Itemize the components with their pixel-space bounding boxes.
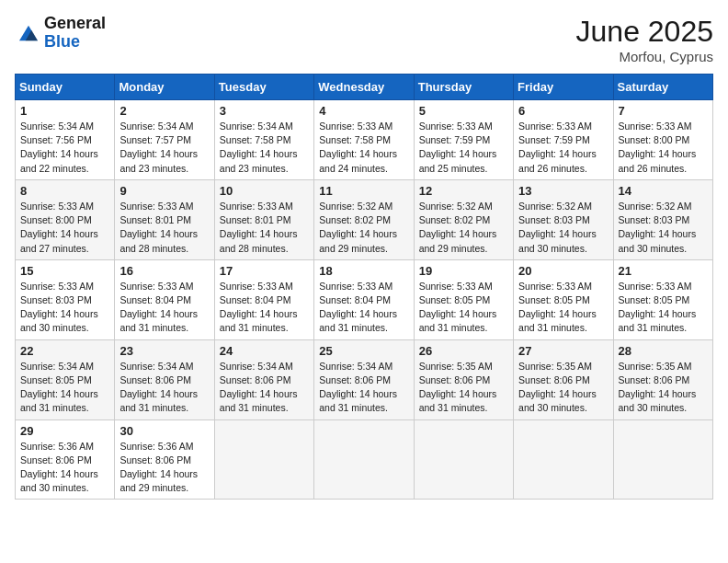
calendar-week-row: 29 Sunrise: 5:36 AMSunset: 8:06 PMDaylig… [16,419,713,500]
calendar-header-row: SundayMondayTuesdayWednesdayThursdayFrid… [16,75,713,100]
logo-blue-text: Blue [44,33,106,52]
day-info: Sunrise: 5:33 AMSunset: 8:04 PMDaylight:… [220,281,298,334]
day-info: Sunrise: 5:34 AMSunset: 8:05 PMDaylight:… [20,361,98,414]
calendar-cell: 13 Sunrise: 5:32 AMSunset: 8:03 PMDaylig… [514,179,613,259]
calendar-week-row: 1 Sunrise: 5:34 AMSunset: 7:56 PMDayligh… [16,100,713,180]
calendar-cell: 16 Sunrise: 5:33 AMSunset: 8:04 PMDaylig… [115,259,214,339]
calendar-cell: 23 Sunrise: 5:34 AMSunset: 8:06 PMDaylig… [115,339,214,419]
day-info: Sunrise: 5:33 AMSunset: 7:59 PMDaylight:… [518,121,597,174]
day-info: Sunrise: 5:34 AMSunset: 8:06 PMDaylight:… [220,361,298,414]
calendar-cell [414,419,513,500]
calendar-cell: 19 Sunrise: 5:33 AMSunset: 8:05 PMDaylig… [414,259,513,339]
calendar-cell: 28 Sunrise: 5:35 AMSunset: 8:06 PMDaylig… [613,339,712,419]
calendar-cell: 4 Sunrise: 5:33 AMSunset: 7:58 PMDayligh… [314,100,414,180]
calendar-cell: 15 Sunrise: 5:33 AMSunset: 8:03 PMDaylig… [16,259,115,339]
day-number: 25 [319,344,408,358]
day-number: 13 [518,184,608,198]
day-number: 12 [419,184,508,198]
day-info: Sunrise: 5:33 AMSunset: 8:01 PMDaylight:… [119,201,198,254]
calendar-week-row: 8 Sunrise: 5:33 AMSunset: 8:00 PMDayligh… [16,179,713,259]
day-info: Sunrise: 5:33 AMSunset: 8:05 PMDaylight:… [619,281,697,334]
calendar-cell [314,419,414,500]
day-info: Sunrise: 5:34 AMSunset: 7:58 PMDaylight:… [220,121,298,174]
calendar-cell: 3 Sunrise: 5:34 AMSunset: 7:58 PMDayligh… [214,100,313,180]
calendar-week-row: 22 Sunrise: 5:34 AMSunset: 8:05 PMDaylig… [16,339,713,419]
day-info: Sunrise: 5:36 AMSunset: 8:06 PMDaylight:… [20,441,98,494]
day-number: 15 [20,264,109,278]
weekday-header: Monday [115,75,214,100]
weekday-header: Friday [514,75,613,100]
day-number: 29 [20,424,109,438]
calendar-cell: 6 Sunrise: 5:33 AMSunset: 7:59 PMDayligh… [514,100,613,180]
calendar-cell [613,419,712,500]
day-info: Sunrise: 5:34 AMSunset: 7:57 PMDaylight:… [119,121,198,174]
weekday-header: Sunday [16,75,115,100]
calendar-cell: 9 Sunrise: 5:33 AMSunset: 8:01 PMDayligh… [115,179,214,259]
day-info: Sunrise: 5:36 AMSunset: 8:06 PMDaylight:… [119,441,198,494]
day-info: Sunrise: 5:33 AMSunset: 8:04 PMDaylight:… [319,281,397,334]
calendar-cell: 10 Sunrise: 5:33 AMSunset: 8:01 PMDaylig… [214,179,313,259]
day-number: 21 [619,264,708,278]
day-info: Sunrise: 5:32 AMSunset: 8:03 PMDaylight:… [518,201,597,254]
day-info: Sunrise: 5:35 AMSunset: 8:06 PMDaylight:… [518,361,597,414]
day-info: Sunrise: 5:35 AMSunset: 8:06 PMDaylight:… [619,361,697,414]
day-number: 10 [220,184,309,198]
day-number: 19 [419,264,508,278]
weekday-header: Wednesday [314,75,414,100]
weekday-header: Thursday [414,75,513,100]
day-number: 14 [619,184,708,198]
day-info: Sunrise: 5:33 AMSunset: 8:05 PMDaylight:… [419,281,497,334]
day-info: Sunrise: 5:34 AMSunset: 7:56 PMDaylight:… [20,121,98,174]
calendar-cell: 27 Sunrise: 5:35 AMSunset: 8:06 PMDaylig… [514,339,613,419]
day-number: 2 [119,104,209,118]
calendar-cell: 1 Sunrise: 5:34 AMSunset: 7:56 PMDayligh… [16,100,115,180]
day-number: 20 [518,264,608,278]
day-number: 22 [20,344,109,358]
calendar-week-row: 15 Sunrise: 5:33 AMSunset: 8:03 PMDaylig… [16,259,713,339]
day-number: 5 [419,104,508,118]
day-info: Sunrise: 5:34 AMSunset: 8:06 PMDaylight:… [119,361,198,414]
day-info: Sunrise: 5:32 AMSunset: 8:02 PMDaylight:… [319,201,397,254]
day-number: 17 [220,264,309,278]
calendar-cell: 20 Sunrise: 5:33 AMSunset: 8:05 PMDaylig… [514,259,613,339]
calendar-cell: 14 Sunrise: 5:32 AMSunset: 8:03 PMDaylig… [613,179,712,259]
day-info: Sunrise: 5:33 AMSunset: 7:58 PMDaylight:… [319,121,397,174]
weekday-header: Saturday [613,75,712,100]
day-number: 18 [319,264,408,278]
day-info: Sunrise: 5:35 AMSunset: 8:06 PMDaylight:… [419,361,497,414]
day-number: 24 [220,344,309,358]
day-info: Sunrise: 5:33 AMSunset: 8:05 PMDaylight:… [518,281,597,334]
month-title: June 2025 [576,15,713,49]
day-number: 27 [518,344,608,358]
logo: General Blue [15,15,106,52]
day-info: Sunrise: 5:33 AMSunset: 8:04 PMDaylight:… [119,281,198,334]
day-number: 26 [419,344,508,358]
calendar-cell: 21 Sunrise: 5:33 AMSunset: 8:05 PMDaylig… [613,259,712,339]
weekday-header: Tuesday [214,75,313,100]
day-info: Sunrise: 5:34 AMSunset: 8:06 PMDaylight:… [319,361,397,414]
calendar-table: SundayMondayTuesdayWednesdayThursdayFrid… [15,74,713,500]
day-number: 8 [20,184,109,198]
calendar-cell: 12 Sunrise: 5:32 AMSunset: 8:02 PMDaylig… [414,179,513,259]
day-number: 1 [20,104,109,118]
calendar-cell: 2 Sunrise: 5:34 AMSunset: 7:57 PMDayligh… [115,100,214,180]
location: Morfou, Cyprus [576,49,713,64]
day-info: Sunrise: 5:33 AMSunset: 8:01 PMDaylight:… [220,201,298,254]
calendar-cell: 30 Sunrise: 5:36 AMSunset: 8:06 PMDaylig… [115,419,214,500]
day-number: 6 [518,104,608,118]
calendar-cell [514,419,613,500]
day-number: 9 [119,184,209,198]
day-info: Sunrise: 5:32 AMSunset: 8:02 PMDaylight:… [419,201,497,254]
day-info: Sunrise: 5:33 AMSunset: 8:03 PMDaylight:… [20,281,98,334]
logo-general-text: General [44,15,106,33]
calendar-cell: 29 Sunrise: 5:36 AMSunset: 8:06 PMDaylig… [16,419,115,500]
calendar-cell: 22 Sunrise: 5:34 AMSunset: 8:05 PMDaylig… [16,339,115,419]
day-number: 28 [619,344,708,358]
page-header: General Blue June 2025 Morfou, Cyprus [15,15,713,64]
day-info: Sunrise: 5:33 AMSunset: 7:59 PMDaylight:… [419,121,497,174]
day-info: Sunrise: 5:33 AMSunset: 8:00 PMDaylight:… [20,201,98,254]
day-number: 3 [220,104,309,118]
day-number: 16 [119,264,209,278]
calendar-cell: 24 Sunrise: 5:34 AMSunset: 8:06 PMDaylig… [214,339,313,419]
calendar-cell: 25 Sunrise: 5:34 AMSunset: 8:06 PMDaylig… [314,339,414,419]
